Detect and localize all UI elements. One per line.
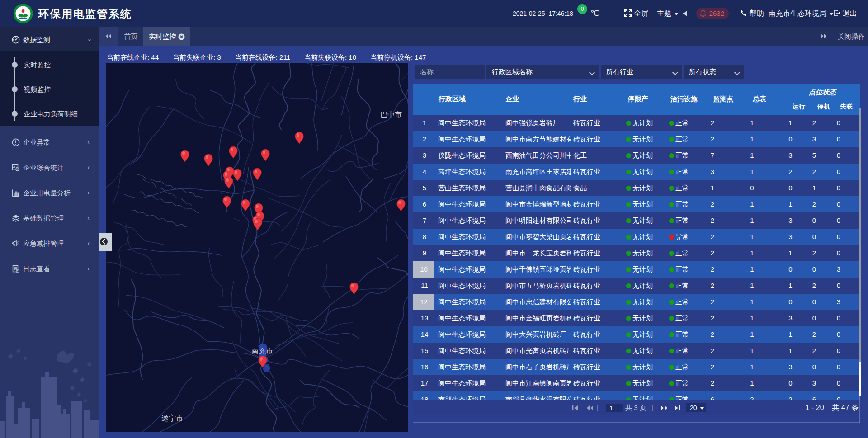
- svg-text:遂宁市: 遂宁市: [161, 414, 183, 422]
- svg-text:南充市: 南充市: [251, 347, 273, 355]
- svg-text:巴中市: 巴中市: [380, 111, 402, 118]
